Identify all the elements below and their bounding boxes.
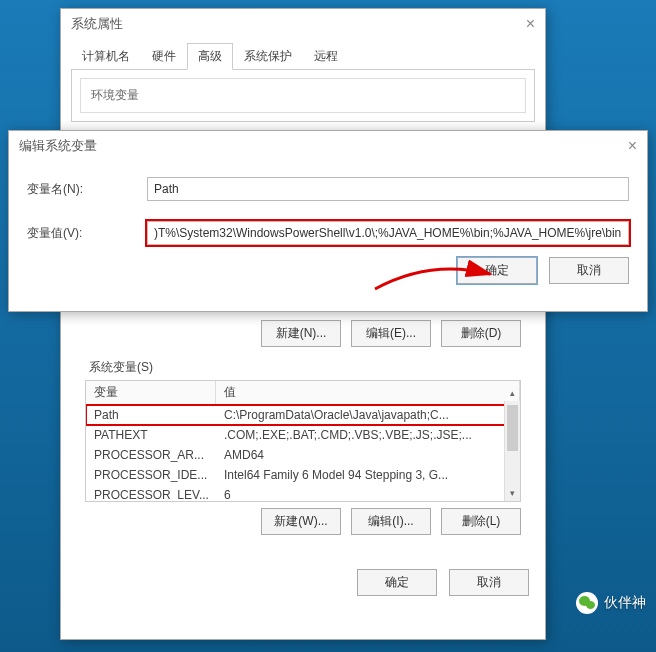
sys-delete-button[interactable]: 删除(L): [441, 508, 521, 535]
cell-var-value: C:\ProgramData\Oracle\Java\javapath;C...: [216, 406, 520, 424]
cell-var-value: AMD64: [216, 446, 520, 464]
user-edit-button[interactable]: 编辑(E)...: [351, 320, 431, 347]
editvar-titlebar: 编辑系统变量 ×: [9, 131, 647, 161]
scroll-up-icon[interactable]: ▴: [505, 385, 520, 401]
var-value-label: 变量值(V):: [27, 225, 147, 242]
wechat-icon: [576, 592, 598, 614]
env-vars-box: 环境变量: [80, 78, 526, 113]
env-vars-label: 环境变量: [91, 88, 139, 102]
cell-var-name: PROCESSOR_IDE...: [86, 466, 216, 484]
scroll-down-icon[interactable]: ▾: [505, 485, 520, 501]
watermark-text: 伙伴神: [604, 594, 646, 612]
editvar-title: 编辑系统变量: [19, 137, 97, 155]
close-icon[interactable]: ×: [495, 15, 535, 33]
sysprops-title: 系统属性: [71, 15, 123, 33]
var-name-input[interactable]: [147, 177, 629, 201]
tab-system-protection[interactable]: 系统保护: [233, 43, 303, 70]
dialog-button-row: 确定 取消: [71, 561, 535, 600]
scrollbar[interactable]: ▴ ▾: [504, 401, 520, 501]
col-value[interactable]: 值: [216, 381, 520, 404]
watermark: 伙伴神: [576, 592, 646, 614]
sysprops-tabs: 计算机名 硬件 高级 系统保护 远程: [61, 43, 545, 70]
cancel-button[interactable]: 取消: [449, 569, 529, 596]
user-delete-button[interactable]: 删除(D): [441, 320, 521, 347]
cell-var-value: 6: [216, 486, 520, 502]
var-value-input[interactable]: [147, 221, 629, 245]
var-name-row: 变量名(N):: [9, 173, 647, 205]
table-row[interactable]: PATHEXT .COM;.EXE;.BAT;.CMD;.VBS;.VBE;.J…: [86, 425, 520, 445]
table-row[interactable]: PROCESSOR_AR... AMD64: [86, 445, 520, 465]
table-row[interactable]: Path C:\ProgramData\Oracle\Java\javapath…: [86, 405, 520, 425]
tab-hardware[interactable]: 硬件: [141, 43, 187, 70]
system-properties-window: 系统属性 × 计算机名 硬件 高级 系统保护 远程 环境变量 新建(N)... …: [60, 8, 546, 640]
tab-panel-advanced: 环境变量: [71, 69, 535, 122]
close-icon[interactable]: ×: [597, 137, 637, 155]
table-header: 变量 值: [86, 381, 520, 405]
tab-remote[interactable]: 远程: [303, 43, 349, 70]
user-vars-button-row: 新建(N)... 编辑(E)... 删除(D): [85, 320, 521, 347]
var-value-row: 变量值(V):: [9, 217, 647, 249]
cell-var-value: Intel64 Family 6 Model 94 Stepping 3, G.…: [216, 466, 520, 484]
user-new-button[interactable]: 新建(N)...: [261, 320, 341, 347]
scroll-thumb[interactable]: [507, 405, 518, 451]
edit-system-variable-window: 编辑系统变量 × 变量名(N): 变量值(V): 确定 取消: [8, 130, 648, 312]
table-row[interactable]: PROCESSOR_LEV... 6: [86, 485, 520, 502]
system-vars-button-row: 新建(W)... 编辑(I)... 删除(L): [85, 508, 521, 535]
cell-var-value: .COM;.EXE;.BAT;.CMD;.VBS;.VBE;.JS;.JSE;.…: [216, 426, 520, 444]
editvar-button-row: 确定 取消: [9, 249, 647, 288]
table-body: Path C:\ProgramData\Oracle\Java\javapath…: [86, 405, 520, 502]
cancel-button[interactable]: 取消: [549, 257, 629, 284]
sys-new-button[interactable]: 新建(W)...: [261, 508, 341, 535]
col-variable[interactable]: 变量: [86, 381, 216, 404]
sysprops-titlebar: 系统属性 ×: [61, 9, 545, 39]
env-vars-panel: 新建(N)... 编辑(E)... 删除(D) 系统变量(S) 变量 值 Pat…: [61, 320, 545, 610]
sys-edit-button[interactable]: 编辑(I)...: [351, 508, 431, 535]
system-vars-label: 系统变量(S): [89, 359, 535, 376]
var-name-label: 变量名(N):: [27, 181, 147, 198]
tab-advanced[interactable]: 高级: [187, 43, 233, 70]
cell-var-name: PATHEXT: [86, 426, 216, 444]
tab-computer-name[interactable]: 计算机名: [71, 43, 141, 70]
cell-var-name: PROCESSOR_AR...: [86, 446, 216, 464]
cell-var-name: Path: [86, 406, 216, 424]
ok-button[interactable]: 确定: [457, 257, 537, 284]
ok-button[interactable]: 确定: [357, 569, 437, 596]
system-vars-table: 变量 值 Path C:\ProgramData\Oracle\Java\jav…: [85, 380, 521, 502]
table-row[interactable]: PROCESSOR_IDE... Intel64 Family 6 Model …: [86, 465, 520, 485]
cell-var-name: PROCESSOR_LEV...: [86, 486, 216, 502]
